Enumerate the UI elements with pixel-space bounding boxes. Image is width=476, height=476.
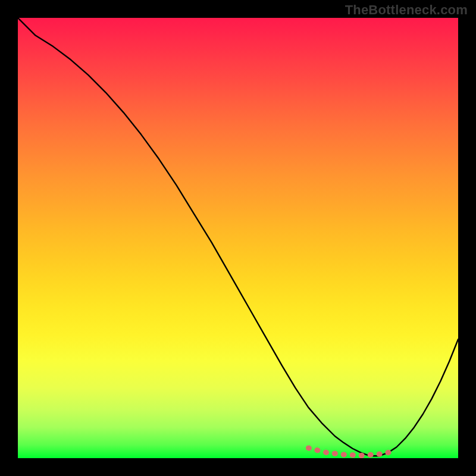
curve-svg xyxy=(18,18,458,458)
plot-area xyxy=(18,18,458,458)
chart-frame: TheBottleneck.com xyxy=(0,0,476,476)
watermark-text: TheBottleneck.com xyxy=(345,2,468,18)
bottleneck-curve xyxy=(18,18,458,456)
